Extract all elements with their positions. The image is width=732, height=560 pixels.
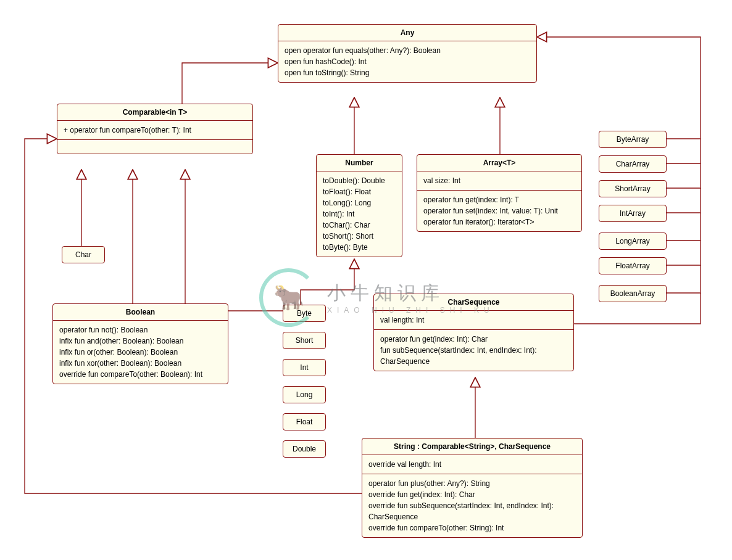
class-booleanarray: BooleanArray [599,285,667,302]
class-boolean-method: infix fun xor(other: Boolean): Boolean [59,358,222,369]
class-string-method: override fun compareTo(other: String): I… [368,522,576,533]
class-number-method: toByte(): Byte [323,242,396,253]
class-array-title: Array<T> [417,155,581,171]
class-float: Float [283,413,326,430]
class-array: Array<T> val size: Int operator fun get(… [417,154,582,232]
class-number-title: Number [317,155,402,171]
class-number-method: toLong(): Long [323,197,396,208]
class-chararray: CharArray [599,155,667,173]
class-charsequence-prop: val length: Int [380,315,567,326]
class-comparable-title: Comparable<in T> [57,104,252,121]
class-string-prop: override val length: Int [368,459,576,470]
class-double: Double [283,440,326,458]
class-charsequence-method: operator fun get(index: Int): Char [380,334,567,345]
class-bytearray: ByteArray [599,131,667,148]
class-string-title: String : Comparable<String>, CharSequenc… [362,439,582,455]
class-byte: Byte [283,305,326,322]
class-short: Short [283,332,326,349]
class-any-title: Any [278,25,536,41]
class-boolean-method: infix fun and(other: Boolean): Boolean [59,336,222,347]
class-array-method: operator fun iterator(): Iterator<T> [423,216,575,228]
class-boolean-title: Boolean [53,304,228,321]
class-longarray: LongArray [599,233,667,250]
class-any-method: open fun toString(): String [285,67,530,78]
class-number-method: toShort(): Short [323,231,396,242]
class-number: Number toDouble(): Double toFloat(): Flo… [316,154,402,257]
class-charsequence-title: CharSequence [374,294,573,311]
class-array-method: operator fun set(index: Int, value: T): … [423,205,575,216]
class-string-method: override fun get(index: Int): Char [368,489,576,500]
class-intarray: IntArray [599,205,667,222]
class-any-method: open fun hashCode(): Int [285,56,530,67]
class-charsequence: CharSequence val length: Int operator fu… [373,294,574,371]
class-number-method: toChar(): Char [323,220,396,231]
class-string: String : Comparable<String>, CharSequenc… [362,438,583,538]
class-comparable: Comparable<in T> + operator fun compareT… [57,104,253,154]
class-boolean-method: override fun compareTo(other: Boolean): … [59,369,222,380]
class-int: Int [283,359,326,376]
class-string-method: operator fun plus(other: Any?): String [368,478,576,489]
class-array-prop: val size: Int [423,175,575,186]
class-number-method: toFloat(): Float [323,186,396,197]
class-shortarray: ShortArray [599,180,667,197]
class-any: Any open operator fun equals(other: Any?… [278,24,537,83]
class-boolean-method: operator fun not(): Boolean [59,324,222,336]
class-charsequence-method: fun subSequence(startIndex: Int, endInde… [380,345,567,367]
class-boolean: Boolean operator fun not(): Boolean infi… [52,303,228,384]
class-any-method: open operator fun equals(other: Any?): B… [285,45,530,56]
class-number-method: toDouble(): Double [323,175,396,186]
class-char: Char [62,246,105,263]
class-number-method: toInt(): Int [323,208,396,220]
class-array-method: operator fun get(index: Int): T [423,194,575,205]
class-string-method: override fun subSequence(startIndex: Int… [368,500,576,522]
class-comparable-method: + operator fun compareTo(other: T): Int [64,125,246,136]
class-boolean-method: infix fun or(other: Boolean): Boolean [59,347,222,358]
class-floatarray: FloatArray [599,257,667,274]
class-long: Long [283,386,326,403]
